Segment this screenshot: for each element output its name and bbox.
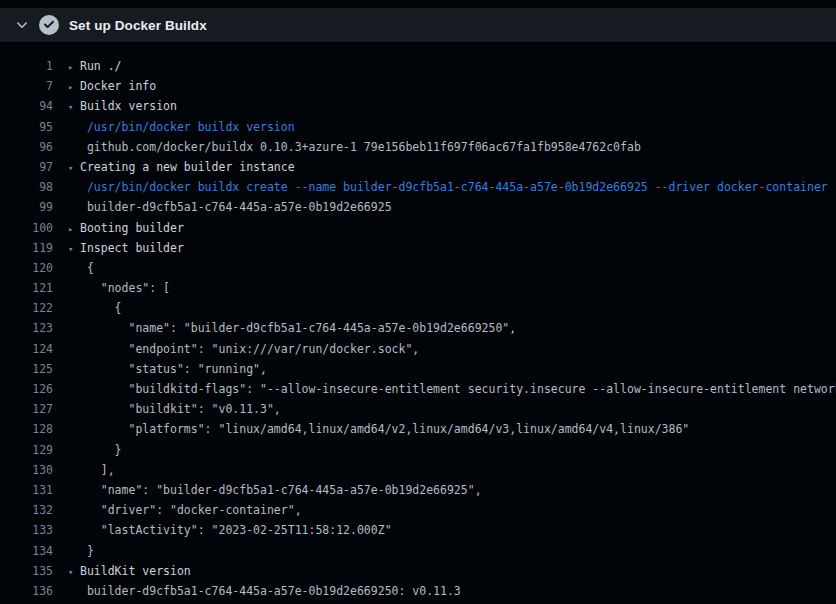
line-text: "buildkit": "v0.11.3", [80,399,836,419]
log-line: 133 "lastActivity": "2023-02-25T11:58:12… [0,520,836,540]
chevron-down-icon[interactable] [14,17,30,33]
line-text: "lastActivity": "2023-02-25T11:58:12.000… [80,520,836,540]
log-line: 99 builder-d9cfb5a1-c764-445a-a57e-0b19d… [0,197,836,217]
log-line: 124 "endpoint": "unix:///var/run/docker.… [0,339,836,359]
line-number[interactable]: 98 [0,177,53,197]
log-line: 120 { [0,258,836,278]
line-number[interactable]: 133 [0,520,53,540]
line-text: "status": "running", [80,359,836,379]
log-line: 129 } [0,440,836,460]
line-text: builder-d9cfb5a1-c764-445a-a57e-0b19d2e6… [80,581,836,601]
step-title: Set up Docker Buildx [69,18,207,33]
log-line: 98 /usr/bin/docker buildx create --name … [0,177,836,197]
log-line: 96 github.com/docker/buildx 0.10.3+azure… [0,137,836,157]
log-group-line[interactable]: 97 ▾ Creating a new builder instance [0,157,836,177]
log-line: 127 "buildkit": "v0.11.3", [0,399,836,419]
line-text[interactable]: Run ./ [80,56,836,76]
line-number[interactable]: 95 [0,117,53,137]
actions-log-viewer: Set up Docker Buildx 1 ▸ Run ./ 7 ▸ Dock… [0,8,836,604]
line-text[interactable]: Buildx version [80,96,836,116]
log-line: 126 "buildkitd-flags": "--allow-insecure… [0,379,836,399]
line-text: "endpoint": "unix:///var/run/docker.sock… [80,339,836,359]
line-number[interactable]: 134 [0,541,53,561]
log-group-line[interactable]: 7 ▸ Docker info [0,76,836,96]
line-number[interactable]: 136 [0,581,53,601]
line-number[interactable]: 7 [0,76,53,96]
line-number[interactable]: 96 [0,137,53,157]
line-number[interactable]: 128 [0,419,53,439]
log-line: 125 "status": "running", [0,359,836,379]
line-number[interactable]: 1 [0,56,53,76]
log-line: 134 } [0,541,836,561]
line-number[interactable]: 126 [0,379,53,399]
group-toggle-icon[interactable]: ▾ [68,562,80,581]
group-toggle-icon[interactable]: ▾ [68,97,80,116]
log-line: 132 "driver": "docker-container", [0,500,836,520]
line-number[interactable]: 124 [0,339,53,359]
group-toggle-icon[interactable]: ▾ [68,158,80,177]
line-text: "name": "builder-d9cfb5a1-c764-445a-a57e… [80,318,836,338]
log-line: 121 "nodes": [ [0,278,836,298]
line-number[interactable]: 131 [0,480,53,500]
group-toggle-icon[interactable]: ▾ [68,239,80,258]
group-toggle-icon[interactable]: ▸ [68,77,80,96]
line-text: "name": "builder-d9cfb5a1-c764-445a-a57e… [80,480,836,500]
line-number[interactable]: 135 [0,561,53,581]
line-number[interactable]: 125 [0,359,53,379]
log-line: 131 "name": "builder-d9cfb5a1-c764-445a-… [0,480,836,500]
line-text: github.com/docker/buildx 0.10.3+azure-1 … [80,137,836,157]
line-number[interactable]: 127 [0,399,53,419]
line-text[interactable]: Creating a new builder instance [80,157,836,177]
line-number[interactable]: 119 [0,238,53,258]
line-text: /usr/bin/docker buildx create --name bui… [80,177,836,197]
log-line: 136 builder-d9cfb5a1-c764-445a-a57e-0b19… [0,581,836,601]
line-text: "nodes": [ [80,278,836,298]
line-number[interactable]: 97 [0,157,53,177]
line-text: } [80,541,836,561]
line-number[interactable]: 99 [0,197,53,217]
log-body: 1 ▸ Run ./ 7 ▸ Docker info 94 ▾ Buildx v… [0,42,836,601]
line-text: builder-d9cfb5a1-c764-445a-a57e-0b19d2e6… [80,197,836,217]
line-text[interactable]: Docker info [80,76,836,96]
line-number[interactable]: 129 [0,440,53,460]
log-group-line[interactable]: 94 ▾ Buildx version [0,96,836,116]
line-text: "driver": "docker-container", [80,500,836,520]
step-header[interactable]: Set up Docker Buildx [0,8,836,42]
line-text: ], [80,460,836,480]
log-line: 128 "platforms": "linux/amd64,linux/amd6… [0,419,836,439]
line-text: "platforms": "linux/amd64,linux/amd64/v2… [80,419,836,439]
log-group-line[interactable]: 135 ▾ BuildKit version [0,561,836,581]
line-number[interactable]: 130 [0,460,53,480]
line-number[interactable]: 123 [0,318,53,338]
log-line: 130 ], [0,460,836,480]
line-text[interactable]: BuildKit version [80,561,836,581]
log-group-line[interactable]: 1 ▸ Run ./ [0,56,836,76]
line-text: { [80,298,836,318]
line-text[interactable]: Booting builder [80,218,836,238]
log-line: 122 { [0,298,836,318]
log-group-line[interactable]: 100 ▸ Booting builder [0,218,836,238]
log-line: 95 /usr/bin/docker buildx version [0,117,836,137]
log-group-line[interactable]: 119 ▾ Inspect builder [0,238,836,258]
line-text: /usr/bin/docker buildx version [80,117,836,137]
line-number[interactable]: 132 [0,500,53,520]
group-toggle-icon[interactable]: ▸ [68,219,80,238]
line-number[interactable]: 122 [0,298,53,318]
line-text[interactable]: Inspect builder [80,238,836,258]
line-text: { [80,258,836,278]
check-circle-icon [39,15,59,35]
line-number[interactable]: 94 [0,96,53,116]
log-line: 123 "name": "builder-d9cfb5a1-c764-445a-… [0,318,836,338]
line-text: "buildkitd-flags": "--allow-insecure-ent… [80,379,836,399]
line-number[interactable]: 120 [0,258,53,278]
line-number[interactable]: 100 [0,218,53,238]
line-text: } [80,440,836,460]
line-number[interactable]: 121 [0,278,53,298]
group-toggle-icon[interactable]: ▸ [68,57,80,76]
